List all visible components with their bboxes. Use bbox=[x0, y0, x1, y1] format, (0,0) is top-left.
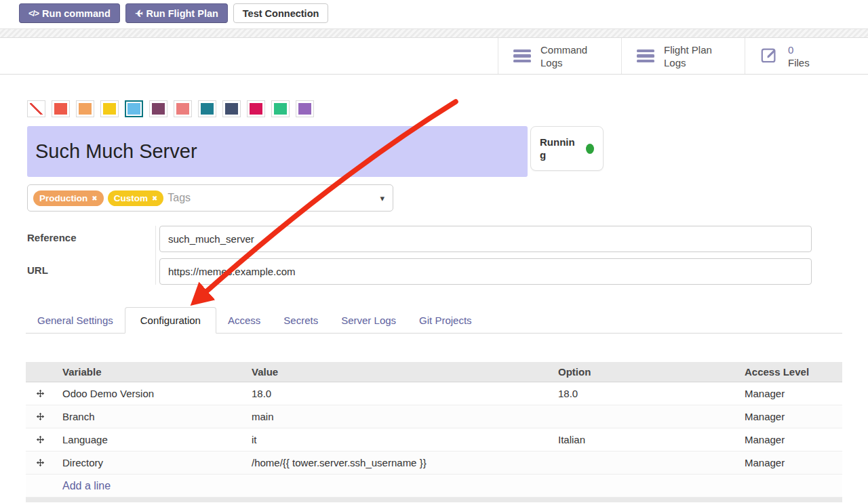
drag-handle-icon[interactable] bbox=[26, 428, 54, 451]
tab-server-logs[interactable]: Server Logs bbox=[330, 308, 408, 333]
action-toolbar: </> Run command ✈ Run Flight Plan Test C… bbox=[0, 0, 868, 28]
color-swatch-5[interactable] bbox=[149, 100, 167, 117]
cell-value[interactable]: /home/{{ tower.server.ssh_username }} bbox=[248, 451, 554, 474]
tag-remove-icon[interactable]: ✖ bbox=[152, 195, 157, 202]
stat-label: CommandLogs bbox=[540, 43, 587, 69]
color-swatch-7[interactable] bbox=[198, 100, 216, 117]
url-input[interactable] bbox=[159, 258, 812, 285]
stat-label: Flight PlanLogs bbox=[664, 43, 712, 69]
cell-option[interactable]: Italian bbox=[554, 428, 741, 451]
stat-label-line1: Command bbox=[540, 44, 587, 56]
cell-access-level[interactable]: Manager bbox=[741, 382, 842, 405]
tab-git-projects[interactable]: Git Projects bbox=[408, 308, 484, 333]
stat-button-files[interactable]: 0Files bbox=[745, 38, 868, 74]
cell-variable[interactable]: Branch bbox=[54, 405, 248, 428]
field-label-url: URL bbox=[27, 258, 159, 276]
cell-variable[interactable]: Odoo Demo Version bbox=[54, 382, 248, 405]
cell-value[interactable]: it bbox=[248, 428, 554, 451]
column-header-option[interactable]: Option bbox=[554, 362, 741, 382]
drag-handle-icon[interactable] bbox=[26, 451, 54, 474]
test-connection-label: Test Connection bbox=[243, 8, 319, 19]
run-flight-plan-button[interactable]: ✈ Run Flight Plan bbox=[125, 3, 228, 23]
color-swatch-3[interactable] bbox=[100, 100, 119, 117]
color-swatch-11[interactable] bbox=[296, 100, 314, 117]
tab-access[interactable]: Access bbox=[216, 308, 272, 333]
tab-secrets[interactable]: Secrets bbox=[272, 308, 330, 333]
cell-option[interactable]: 18.0 bbox=[554, 382, 741, 405]
table-row[interactable]: Directory/home/{{ tower.server.ssh_usern… bbox=[26, 451, 842, 475]
run-command-label: Run command bbox=[42, 8, 111, 19]
cell-value[interactable]: main bbox=[248, 405, 554, 428]
color-swatch-9[interactable] bbox=[247, 100, 265, 117]
tab-general-settings[interactable]: General Settings bbox=[26, 308, 125, 333]
column-header-access-level[interactable]: Access Level bbox=[741, 362, 842, 382]
stat-button-logs[interactable]: Flight PlanLogs bbox=[621, 38, 745, 74]
edit-icon bbox=[760, 45, 778, 66]
separator-strip bbox=[0, 28, 868, 38]
reference-input[interactable] bbox=[159, 226, 812, 252]
tab-configuration[interactable]: Configuration bbox=[125, 307, 216, 334]
tag-label: Production bbox=[39, 193, 87, 203]
handle-column-header bbox=[26, 362, 54, 382]
test-connection-button[interactable]: Test Connection bbox=[233, 3, 329, 23]
stat-label-line2: Logs bbox=[540, 57, 563, 68]
chevron-down-icon[interactable]: ▾ bbox=[380, 193, 384, 203]
configuration-table: VariableValueOptionAccess LevelOdoo Demo… bbox=[26, 362, 842, 502]
tags-field[interactable]: Production✖Custom✖Tags ▾ bbox=[27, 184, 393, 212]
color-swatch-1[interactable] bbox=[52, 100, 70, 117]
field-divider bbox=[155, 226, 156, 285]
field-label-reference: Reference bbox=[27, 226, 159, 243]
code-icon: </> bbox=[28, 9, 39, 18]
status-label: Running bbox=[540, 136, 579, 161]
page-title: Such Much Server bbox=[35, 140, 197, 163]
add-line-row: Add a line bbox=[26, 475, 842, 498]
cell-option[interactable] bbox=[554, 451, 741, 474]
color-swatch-6[interactable] bbox=[174, 100, 192, 117]
status-running-dot bbox=[586, 144, 594, 154]
cell-access-level[interactable]: Manager bbox=[741, 451, 842, 474]
status-button[interactable]: Running bbox=[530, 126, 604, 171]
record-title-field[interactable]: Such Much Server bbox=[27, 126, 528, 177]
drag-handle-icon[interactable] bbox=[26, 382, 54, 405]
color-swatch-10[interactable] bbox=[271, 100, 290, 117]
cell-access-level[interactable]: Manager bbox=[741, 405, 842, 428]
tag-pill-custom[interactable]: Custom✖ bbox=[108, 190, 164, 206]
column-header-value[interactable]: Value bbox=[248, 362, 554, 382]
run-flight-plan-label: Run Flight Plan bbox=[146, 8, 218, 19]
stat-button-bar: CommandLogsFlight PlanLogs0Files bbox=[0, 38, 868, 75]
table-footer-strip bbox=[26, 498, 842, 502]
tag-label: Custom bbox=[114, 193, 148, 203]
hamburger-icon bbox=[637, 49, 654, 63]
color-swatch-0[interactable] bbox=[27, 100, 45, 117]
cell-value[interactable]: 18.0 bbox=[248, 382, 554, 405]
cell-variable[interactable]: Language bbox=[54, 428, 248, 451]
color-swatch-4-selected[interactable] bbox=[125, 100, 143, 117]
table-row[interactable]: Odoo Demo Version18.018.0Manager bbox=[26, 382, 842, 405]
stat-label-line2: Logs bbox=[664, 57, 686, 68]
title-row: Such Much Server Running bbox=[27, 126, 868, 177]
cell-access-level[interactable]: Manager bbox=[741, 428, 842, 451]
drag-handle-icon[interactable] bbox=[26, 405, 54, 428]
run-command-button[interactable]: </> Run command bbox=[19, 3, 120, 23]
tag-remove-icon[interactable]: ✖ bbox=[92, 195, 97, 202]
table-row[interactable]: LanguageitItalianManager bbox=[26, 428, 842, 451]
server-form-page: </> Run command ✈ Run Flight Plan Test C… bbox=[0, 0, 868, 503]
empty-handle-cell bbox=[26, 475, 54, 497]
cell-variable[interactable]: Directory bbox=[54, 451, 248, 474]
column-header-variable[interactable]: Variable bbox=[54, 362, 248, 382]
notebook-tabs: General SettingsConfigurationAccessSecre… bbox=[26, 307, 842, 334]
stat-label-line2: Files bbox=[788, 57, 810, 68]
plane-icon: ✈ bbox=[135, 8, 143, 19]
color-swatch-2[interactable] bbox=[76, 100, 94, 117]
form-content: Such Much Server Running Production✖Cust… bbox=[0, 100, 868, 502]
stat-button-logs[interactable]: CommandLogs bbox=[498, 38, 621, 74]
tag-pill-production[interactable]: Production✖ bbox=[33, 190, 104, 206]
add-a-line-link[interactable]: Add a line bbox=[54, 475, 842, 497]
stat-label: 0Files bbox=[788, 43, 810, 69]
table-row[interactable]: BranchmainManager bbox=[26, 405, 842, 428]
color-swatch-8[interactable] bbox=[222, 100, 241, 117]
tags-placeholder: Tags bbox=[167, 192, 191, 204]
stat-label-line1: Flight Plan bbox=[664, 44, 712, 56]
color-swatch-picker bbox=[27, 100, 868, 117]
cell-option[interactable] bbox=[554, 405, 741, 428]
